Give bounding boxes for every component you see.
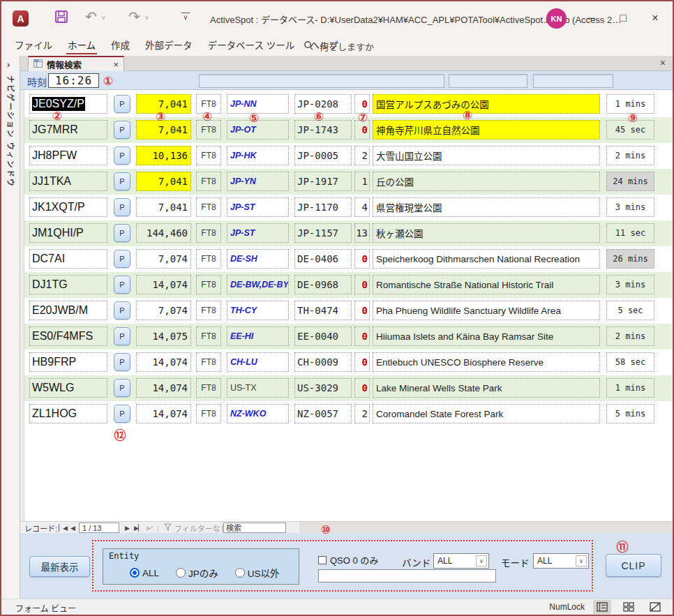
first-record-button[interactable]: ▏◀ <box>59 523 67 533</box>
header-empty-field-1[interactable] <box>199 74 444 88</box>
callsign-field[interactable]: JM1QHI/P <box>29 223 107 243</box>
park-ref-field[interactable]: CH-0009 <box>294 352 352 372</box>
callsign-field[interactable]: JH8PFW <box>29 146 107 165</box>
park-name-field[interactable]: 秋ヶ瀬公園 <box>373 223 600 243</box>
age-field[interactable]: 3 mins <box>606 197 654 217</box>
pota-p-button[interactable]: P <box>114 121 130 139</box>
pota-p-button[interactable]: P <box>114 276 130 294</box>
park-ref-field[interactable]: NZ-0057 <box>294 404 352 423</box>
clip-button[interactable]: CLIP <box>606 554 661 577</box>
qso-zero-checkbox[interactable]: QSO 0 のみ <box>318 553 378 566</box>
prev-record-button[interactable]: ◀ <box>70 523 75 533</box>
mode-field[interactable]: FT8 <box>196 172 221 191</box>
radio-jp-only[interactable]: JPのみ <box>176 566 218 580</box>
location-field[interactable]: CH-LU <box>227 352 289 372</box>
mode-field[interactable]: FT8 <box>196 326 221 346</box>
callsign-field[interactable]: HB9FRP <box>29 352 107 372</box>
frequency-field[interactable]: 7,074 <box>136 249 191 269</box>
park-name-field[interactable]: Romantische Straße National Historic Tra… <box>373 275 600 294</box>
park-name-field[interactable]: 県営権現堂公園 <box>373 197 600 217</box>
pota-p-button[interactable]: P <box>114 95 130 113</box>
park-ref-field[interactable]: JP-0005 <box>294 146 352 165</box>
callsign-field[interactable]: DJ1TG <box>29 275 107 294</box>
location-field[interactable]: JP-ST <box>227 197 289 217</box>
qso-count-field[interactable]: 13 <box>354 223 370 243</box>
ribbon-tab[interactable]: 作成 <box>103 37 137 55</box>
band-select[interactable]: ALL ∨ <box>433 553 489 569</box>
maximize-button[interactable]: □ <box>607 1 639 35</box>
form-view-icon[interactable] <box>593 600 611 614</box>
age-field[interactable]: 5 mins <box>606 404 654 423</box>
redo-dropdown-icon[interactable]: ∨ <box>144 14 149 21</box>
pota-p-button[interactable]: P <box>114 224 130 242</box>
qso-count-field[interactable]: 1 <box>354 172 370 191</box>
avatar[interactable]: KN <box>546 8 567 29</box>
next-record-button[interactable]: ▶ <box>125 523 129 533</box>
qso-count-field[interactable]: 4 <box>354 197 370 217</box>
pota-p-button[interactable]: P <box>114 250 130 268</box>
park-ref-field[interactable]: TH-0474 <box>294 301 352 320</box>
qso-count-field[interactable]: 0 <box>354 301 370 320</box>
undo-dropdown-icon[interactable]: ∨ <box>101 14 106 21</box>
frequency-field[interactable]: 14,074 <box>136 352 191 372</box>
park-name-field[interactable]: 大雪山国立公園 <box>373 146 600 165</box>
frequency-field[interactable]: 14,074 <box>136 275 191 294</box>
age-field[interactable]: 2 mins <box>606 326 654 346</box>
callsign-field[interactable]: W5WLG <box>29 378 107 398</box>
frequency-field[interactable]: 7,041 <box>136 197 191 217</box>
location-field[interactable]: JP-YN <box>227 172 289 191</box>
park-ref-field[interactable]: US-3029 <box>294 378 352 398</box>
mode-field[interactable]: FT8 <box>196 378 221 398</box>
filter-text-input[interactable] <box>318 569 496 583</box>
location-field[interactable]: TH-CY <box>227 301 289 320</box>
tab-joho-kensaku[interactable]: 情報検索 × <box>28 56 124 71</box>
pota-p-button[interactable]: P <box>114 301 130 320</box>
park-ref-field[interactable]: JP-1917 <box>294 172 352 191</box>
mode-field[interactable]: FT8 <box>196 197 221 217</box>
ribbon-tab[interactable]: データベース ツール <box>200 37 303 55</box>
park-name-field[interactable]: Hiiumaa Islets and Käina Bay Ramsar Site <box>373 326 600 346</box>
qso-count-field[interactable]: 0 <box>354 249 370 269</box>
park-name-field[interactable]: 国営アルプスあづみの公園 <box>373 94 600 114</box>
mode-select[interactable]: ALL ∨ <box>533 553 589 569</box>
callsign-field[interactable]: ZL1HOG <box>29 404 107 423</box>
mode-field[interactable]: FT8 <box>196 404 221 423</box>
age-field[interactable]: 58 sec <box>606 352 654 372</box>
record-position-box[interactable]: 1 / 13 <box>79 523 119 533</box>
pota-p-button[interactable]: P <box>114 353 130 371</box>
park-name-field[interactable]: Lake Mineral Wells State Park <box>373 378 600 398</box>
datasheet-view-icon[interactable] <box>620 600 638 614</box>
park-ref-field[interactable]: JP-1157 <box>294 223 352 243</box>
frequency-field[interactable]: 10,136 <box>136 146 191 165</box>
park-name-field[interactable]: Speicherkoog Dithmarschen National Recre… <box>373 249 600 269</box>
frequency-field[interactable]: 14,074 <box>136 404 191 423</box>
age-field[interactable]: 1 mins <box>606 378 654 398</box>
pota-p-button[interactable]: P <box>114 198 130 216</box>
redo-icon[interactable]: ↷ <box>128 8 140 25</box>
checkbox-icon[interactable] <box>318 556 327 564</box>
frequency-field[interactable]: 14,075 <box>136 326 191 346</box>
park-ref-field[interactable]: EE-0040 <box>294 326 352 346</box>
tell-me-search[interactable]: 何をしますか <box>304 40 374 53</box>
header-empty-field-2[interactable] <box>449 74 527 88</box>
age-field[interactable]: 5 sec <box>606 301 654 320</box>
navigation-pane-collapsed[interactable]: › ナビゲーション ウィンドウ <box>1 56 20 599</box>
location-field[interactable]: NZ-WKO <box>227 404 289 423</box>
callsign-field[interactable]: ES0/F4MFS <box>29 326 107 346</box>
pota-p-button[interactable]: P <box>114 405 130 423</box>
frequency-field[interactable]: 144,460 <box>136 223 191 243</box>
new-record-button[interactable]: ▶* <box>147 523 152 533</box>
age-field[interactable]: 3 mins <box>606 275 654 294</box>
park-name-field[interactable]: Pha Phueng Wildlife Sanctuary Wildlife A… <box>373 301 600 320</box>
last-record-button[interactable]: ▶▏ <box>134 523 142 533</box>
pota-p-button[interactable]: P <box>114 379 130 397</box>
horizontal-scrollbar[interactable] <box>299 522 673 534</box>
location-field[interactable]: JP-ST <box>227 223 289 243</box>
mode-field[interactable]: FT8 <box>196 352 221 372</box>
record-search-input[interactable] <box>223 523 286 533</box>
refresh-button[interactable]: 最新表示 <box>29 556 90 577</box>
undo-icon[interactable]: ↶ <box>85 8 97 25</box>
park-ref-field[interactable]: DE-0968 <box>294 275 352 294</box>
quick-access-customize-icon[interactable]: ∨ <box>181 13 190 22</box>
park-name-field[interactable]: 丘の公園 <box>373 172 600 191</box>
